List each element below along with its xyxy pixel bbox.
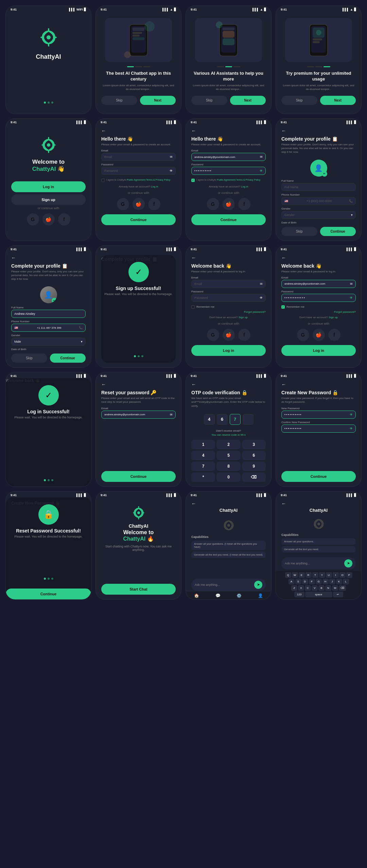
confirm-password-input[interactable]: •••••••••• 👁 <box>281 424 356 433</box>
key-i[interactable]: I <box>333 572 339 578</box>
show-password-icon[interactable]: 👁 <box>350 413 353 416</box>
key-k[interactable]: K <box>336 579 342 584</box>
continue-button[interactable]: Continue <box>101 214 176 225</box>
login-button[interactable]: Log in <box>281 345 356 356</box>
num-backspace[interactable]: ⌫ <box>242 472 266 482</box>
signup-link[interactable]: Sign up <box>329 316 338 319</box>
tab-home[interactable]: 🏠 <box>186 593 207 598</box>
chat-input-bar[interactable]: Ask me anything... ➤ <box>191 579 266 591</box>
resend-link[interactable]: You can resend code in 55 s <box>211 433 246 436</box>
email-input[interactable]: andrew.ainsley@yourdomain.com ✉ <box>281 280 356 288</box>
tab-chat[interactable]: 💬 <box>207 593 229 598</box>
remember-checkbox[interactable] <box>191 305 195 309</box>
continue-button[interactable]: Continue <box>6 589 91 599</box>
show-password-icon[interactable]: 👁 <box>350 296 353 300</box>
key-m[interactable]: M <box>332 585 338 591</box>
facebook-button[interactable]: f <box>148 198 160 210</box>
password-input[interactable]: Password 👁 <box>101 167 176 175</box>
apple-button[interactable]: 🍎 <box>223 329 235 341</box>
continue-button[interactable]: Continue <box>50 354 86 363</box>
google-button[interactable]: G <box>117 198 129 210</box>
key-t[interactable]: T <box>312 572 318 578</box>
back-button[interactable]: ← <box>101 128 176 133</box>
avatar-edit-icon[interactable]: ✏ <box>52 298 57 303</box>
fullname-input[interactable]: Andrew Ainsley <box>11 310 86 318</box>
signup-link[interactable]: Sign up <box>239 316 248 319</box>
key-y[interactable]: Y <box>319 572 325 578</box>
key-r[interactable]: R <box>305 572 312 578</box>
key-p[interactable]: P <box>346 572 352 578</box>
otp-digit-3[interactable]: 7 <box>230 414 241 425</box>
num-3[interactable]: 3 <box>242 440 266 449</box>
key-l[interactable]: L <box>343 579 349 584</box>
key-o[interactable]: O <box>339 572 346 578</box>
key-z[interactable]: Z <box>291 585 297 591</box>
remember-checkbox[interactable]: ✓ <box>281 305 285 309</box>
key-n[interactable]: N <box>325 585 331 591</box>
key-123[interactable]: 123 <box>294 592 304 597</box>
continue-button[interactable]: Continue <box>101 471 176 482</box>
num-7[interactable]: 7 <box>191 462 215 471</box>
avatar-edit-icon[interactable]: ✏ <box>322 171 327 177</box>
otp-digit-1[interactable]: 4 <box>204 414 215 425</box>
key-w[interactable]: W <box>292 572 298 578</box>
key-v[interactable]: V <box>312 585 318 591</box>
login-link[interactable]: Log in <box>241 185 248 188</box>
num-5[interactable]: 5 <box>216 451 240 460</box>
google-button[interactable]: G <box>27 213 39 225</box>
login-button[interactable]: Log in <box>191 345 266 356</box>
apple-button[interactable]: 🍎 <box>42 213 55 225</box>
login-link[interactable]: Log in <box>151 185 158 188</box>
num-8[interactable]: 8 <box>216 462 240 471</box>
num-0[interactable]: 0 <box>216 472 240 482</box>
phone-input[interactable]: 🇺🇸 +1 (000) 000-0000 📞 <box>281 197 356 205</box>
num-2[interactable]: 2 <box>216 440 240 449</box>
email-input[interactable]: andrew.ainsley@yourdomain.com ✉ <box>101 411 176 419</box>
show-confirm-password-icon[interactable]: 👁 <box>350 427 353 430</box>
back-button[interactable]: ← <box>281 255 356 260</box>
google-button[interactable]: G <box>207 198 219 210</box>
key-return[interactable]: ↩ <box>333 592 343 597</box>
skip-button[interactable]: Skip <box>11 354 47 363</box>
agree-checkbox[interactable] <box>101 179 105 182</box>
skip-button[interactable]: Skip <box>101 96 137 105</box>
skip-button[interactable]: Skip <box>281 227 317 236</box>
gender-select[interactable]: Gender ▾ <box>281 211 356 219</box>
chat-input-bar[interactable]: Ask me anything... ➤ <box>281 557 356 569</box>
back-button[interactable]: ← <box>281 501 356 506</box>
continue-button[interactable]: Continue <box>320 227 356 236</box>
facebook-button[interactable]: f <box>328 329 340 341</box>
key-a[interactable]: A <box>289 579 295 584</box>
avatar[interactable]: 👤 ✏ <box>310 160 327 177</box>
show-password-icon[interactable]: 👁 <box>170 169 173 173</box>
new-password-input[interactable]: •••••••••• 👁 <box>281 411 356 419</box>
num-4[interactable]: 4 <box>191 451 215 460</box>
password-input[interactable]: •••••••••• 👁 <box>191 167 266 175</box>
key-j[interactable]: J <box>329 579 335 584</box>
key-s[interactable]: S <box>295 579 301 584</box>
num-9[interactable]: 9 <box>242 462 266 471</box>
facebook-button[interactable]: f <box>238 329 250 341</box>
skip-button[interactable]: Skip <box>281 96 317 105</box>
terms-link[interactable]: Public Agreement Terms & Privacy Policy <box>127 179 170 181</box>
key-x[interactable]: X <box>298 585 304 591</box>
phone-input[interactable]: 🇺🇸 +1 111 467 378 399 📞 <box>11 324 86 332</box>
google-button[interactable]: G <box>297 329 309 341</box>
send-button[interactable]: ➤ <box>344 559 352 567</box>
continue-button[interactable]: Continue <box>281 471 356 482</box>
start-chat-button[interactable]: Start Chat <box>101 584 176 595</box>
apple-button[interactable]: 🍎 <box>313 329 325 341</box>
email-input[interactable]: andrew.ainsley@yourdomain.com ✉ <box>191 153 266 161</box>
next-button[interactable]: Next <box>230 96 266 105</box>
forgot-password-link[interactable]: Forgot password? <box>191 310 266 313</box>
tab-settings[interactable]: ⚙️ <box>229 593 250 598</box>
tab-profile[interactable]: 👤 <box>250 593 271 598</box>
password-input[interactable]: •••••••••••• 👁 <box>281 294 356 302</box>
login-button[interactable]: Log in <box>11 181 86 192</box>
back-button[interactable]: ← <box>191 128 266 133</box>
back-button[interactable]: ← <box>11 255 86 260</box>
apple-button[interactable]: 🍎 <box>223 198 235 210</box>
signup-button[interactable]: Sign up <box>11 194 86 205</box>
gender-select[interactable]: Male ▾ <box>11 338 86 346</box>
key-d[interactable]: D <box>302 579 308 584</box>
